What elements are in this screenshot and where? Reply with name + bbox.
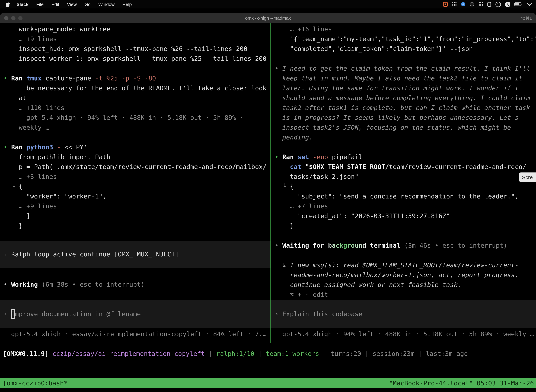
terminal-text-segment: … +9 lines (4, 202, 57, 210)
terminal-line: pending. (271, 132, 536, 142)
battery-icon[interactable] (514, 2, 523, 6)
terminal-text-segment: /team/review-current-readme-and-reco/ (385, 163, 526, 170)
terminal-text-segment: "subject": "send a concise recommendatio… (275, 192, 519, 200)
terminal-line: └ be necessary for the end of the README… (0, 83, 270, 93)
menu-window[interactable]: Window (94, 2, 119, 7)
pane-left[interactable]: workspace_mode: worktree … +9 lines insp… (0, 23, 270, 343)
terminal-text-segment: ↳ 1 new msg(s): read $OMX_TEAM_STATE_ROO… (275, 261, 519, 269)
terminal-line: '{"team_name":"my-team","task_id":"1","f… (271, 34, 536, 44)
bottom-strip (0, 388, 536, 392)
terminal-text-segment: ⌥ + ↑ edit (275, 291, 328, 298)
terminal-text-segment: Ran (11, 143, 26, 151)
terminal-line: … +9 lines (0, 34, 270, 44)
input-source-icon[interactable]: A (505, 2, 510, 7)
terminal-text-segment: I need to get the claim token from the c… (282, 65, 530, 72)
svg-text:61: 61 (497, 3, 500, 6)
terminal-line: … +3 lines (0, 172, 270, 182)
terminal-text-segment: … +9 lines (4, 35, 57, 42)
app-icon-blue[interactable] (461, 2, 466, 7)
window-shortcut-hint: ⌥⌘1 (520, 16, 536, 21)
terminal-line: • I need to get the claim token from the… (271, 64, 536, 73)
working-status-line: • Working (6m 38s • esc to interrupt) (0, 280, 270, 289)
input-suggestion-row[interactable]: › Improve documentation in @filename (0, 300, 270, 328)
terminal-text-segment: p = Path('.omx/state/team/review-current… (4, 163, 267, 170)
menu-go[interactable]: Go (81, 2, 95, 7)
terminal-line: from pathlib import Path (0, 152, 270, 162)
terminal-text-segment: • (4, 143, 11, 151)
terminal-text-segment: gpt-5.4 xhigh · 94% left · 488K in · 5.1… (275, 330, 534, 338)
window-title-bar: omx --xhigh --madmax ⌥⌘1 (0, 13, 536, 23)
terminal-text-segment: • (275, 65, 282, 72)
pane-right[interactable]: … +16 lines '{"team_name":"my-team","tas… (271, 23, 536, 343)
terminal-line: inspect_hud: omx sparkshell --tmux-pane … (0, 44, 270, 54)
terminal-text-segment: Ralph loop active continue [OMX_TMUX_INJ… (11, 249, 179, 259)
terminal-text-segment: ] (4, 212, 30, 219)
recording-indicator[interactable] (443, 2, 448, 7)
terminal-text-segment: cczip/essay/ai-reimplementation-copyleft (53, 350, 205, 357)
terminal-text-segment: • (4, 75, 11, 82)
terminal-text-segment: | (361, 350, 373, 357)
terminal-line: "completed","claim_token":"claim-token"}… (271, 44, 536, 54)
terminal-text-segment: "$OMX_TEAM_STATE_ROOT (305, 163, 385, 170)
terminal-line: └ { (271, 182, 536, 191)
menu-slack[interactable]: Slack (13, 2, 32, 7)
terminal-line: gpt-5.4 xhigh · 94% left · 488K in · 5.1… (0, 113, 270, 123)
terminal-text-segment: weekly … (4, 124, 49, 131)
omx-status-line: [OMX#0.11.9] cczip/essay/ai-reimplementa… (0, 349, 536, 359)
terminal-text-segment: pending. (275, 134, 313, 141)
terminal-line: readme-and-reco/mailbox/worker-1.json, a… (271, 270, 536, 280)
terminal-text-segment: gpt-5.4 xhigh · essay/ai-reimplementatio… (4, 330, 267, 338)
terminal-line: is in progress? It seems likely but perh… (271, 113, 536, 123)
terminal-text-segment: tasks/task-2.json" (275, 173, 359, 180)
terminal-text-segment: "created_at": "2026-03-31T11:59:27.816Z" (275, 212, 450, 219)
terminal-text-segment: … +110 lines (4, 104, 65, 111)
terminal-text-segment: Ran (282, 153, 297, 160)
screen: SlackFileEditViewGoWindowHelp 61A omx --… (0, 0, 536, 392)
terminal-text-segment: last:3m ago (426, 350, 468, 357)
terminal-line: at (0, 93, 270, 103)
terminal-line (271, 54, 536, 64)
omx-hud: [OMX#0.11.9] cczip/essay/ai-reimplementa… (0, 343, 536, 378)
keypad-icon[interactable] (478, 2, 483, 7)
input-suggestion-row[interactable]: › Explain this codebase (271, 300, 536, 328)
terminal-text-segment: at (4, 94, 26, 102)
terminal-line: weekly … (0, 123, 270, 132)
wifi-icon[interactable] (526, 2, 532, 6)
display-icon[interactable] (487, 2, 491, 7)
terminal-text-segment: - (57, 143, 65, 151)
menu-view[interactable]: View (63, 2, 81, 7)
terminal-text-segment: Explain this codebase (282, 309, 362, 319)
terminal-text-segment: terminal (366, 242, 404, 249)
screen-overlay-chip[interactable]: Scre (519, 173, 536, 182)
terminal-text-segment: background (328, 242, 366, 249)
terminal-text-segment: › (4, 309, 11, 319)
menu-help[interactable]: Help (119, 2, 136, 7)
gauge-61-icon[interactable]: 61 (495, 1, 501, 7)
terminal-text-segment: | (254, 350, 266, 357)
terminal-text-segment: (3m 46s • esc to interrupt) (404, 242, 507, 249)
terminal-text-segment: inspect task2's JSON, focusing on the st… (275, 124, 511, 131)
terminal-text-segment: { (19, 183, 23, 190)
tmux-host-clock: "MacBook-Pro-44.local" 05:03 31-Mar-26 (389, 378, 536, 388)
terminal-line: workspace_mode: worktree (0, 24, 270, 34)
terminal-line: } (0, 221, 270, 231)
menu-file[interactable]: File (32, 2, 48, 7)
menu-edit[interactable]: Edit (48, 2, 63, 7)
window-title: omx --xhigh --madmax (0, 15, 536, 21)
terminal-text-segment: "completed","claim_token":"claim-token"}… (275, 45, 473, 52)
terminal-line: ↳ 1 new msg(s): read $OMX_TEAM_STATE_ROO… (271, 260, 536, 270)
screen-mirroring-icon[interactable] (452, 2, 457, 7)
queued-message-row[interactable]: › Ralph loop active continue [OMX_TMUX_I… (0, 241, 270, 268)
terminal-text-segment: "worker": "worker-1", (4, 192, 106, 200)
terminal-text-segment: readme-and-reco/mailbox/worker-1.json, a… (275, 271, 519, 279)
terminal-line: … +16 lines (271, 24, 536, 34)
apple-menu-icon[interactable] (5, 1, 13, 7)
terminal-text-segment: be necessary for the end of the README. … (26, 84, 266, 92)
terminal-line: inspect_worker-1: omx sparkshell --tmux-… (0, 54, 270, 64)
app-icon-dark[interactable] (469, 2, 474, 7)
terminal-text-segment: tmux (26, 75, 45, 82)
terminal-line: ] (0, 211, 270, 221)
terminal-text-segment: cat (275, 163, 305, 170)
terminal-line: keep that in mind. Maybe I also need the… (271, 73, 536, 83)
terminal-line: • Ran tmux capture-pane -t %25 -p -S -80 (0, 73, 270, 83)
